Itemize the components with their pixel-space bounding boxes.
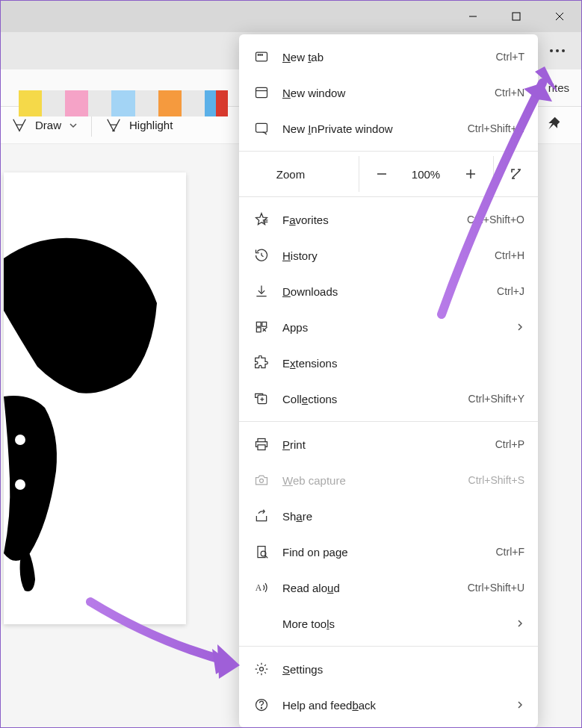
new-tab-icon xyxy=(253,48,270,66)
highlight-label: Highlight xyxy=(129,119,173,131)
chevron-down-icon xyxy=(69,121,78,130)
svg-point-33 xyxy=(260,479,264,482)
svg-rect-31 xyxy=(258,439,265,442)
maximize-button[interactable] xyxy=(495,1,538,32)
window-titlebar xyxy=(1,1,581,32)
color-swatch xyxy=(158,90,182,116)
menu-new-tab[interactable]: New tab Ctrl+T xyxy=(239,39,538,75)
svg-point-5 xyxy=(556,49,559,52)
chevron-right-icon xyxy=(516,323,524,332)
shortcut: Ctrl+J xyxy=(497,285,524,297)
menu-separator xyxy=(239,196,538,197)
color-strip xyxy=(19,90,228,116)
menu-print[interactable]: Print Ctrl+P xyxy=(239,426,538,462)
puzzle-icon xyxy=(253,354,270,372)
chevron-right-icon xyxy=(516,700,524,709)
svg-text:A: A xyxy=(256,583,262,593)
menu-separator xyxy=(239,421,538,422)
svg-rect-1 xyxy=(513,13,520,20)
svg-point-37 xyxy=(260,668,264,671)
menu-label: Settings xyxy=(282,663,524,676)
menu-label: Favorites xyxy=(282,214,455,226)
color-swatch xyxy=(216,90,228,116)
color-swatch xyxy=(205,90,217,116)
browser-menu: New tab Ctrl+T New window Ctrl+N New InP… xyxy=(239,34,538,727)
svg-point-12 xyxy=(261,55,262,55)
shortcut: Ctrl+F xyxy=(496,546,525,558)
svg-line-22 xyxy=(261,255,264,257)
menu-label: Print xyxy=(282,438,483,451)
pen-icon xyxy=(11,117,28,134)
menu-label: Find on page xyxy=(282,546,484,559)
menu-extensions[interactable]: Extensions xyxy=(239,345,538,381)
minimize-button[interactable] xyxy=(451,1,495,32)
svg-rect-13 xyxy=(256,87,267,97)
color-swatch xyxy=(42,90,65,116)
menu-label: Help and feedback xyxy=(282,699,504,712)
share-icon xyxy=(253,507,270,525)
menu-apps[interactable]: Apps xyxy=(239,309,538,345)
menu-label: Share xyxy=(282,510,524,523)
shortcut: Ctrl+T xyxy=(496,51,525,63)
pin-button[interactable] xyxy=(546,116,561,131)
star-icon xyxy=(253,211,270,228)
menu-separator xyxy=(239,151,538,152)
fullscreen-button[interactable] xyxy=(493,156,538,192)
menu-label: Apps xyxy=(282,321,504,334)
menu-label: Downloads xyxy=(282,285,485,298)
download-icon xyxy=(253,282,270,300)
menu-label: Read aloud xyxy=(282,582,456,594)
window-icon xyxy=(253,84,270,102)
menu-label: Extensions xyxy=(282,357,524,370)
shortcut: Ctrl+H xyxy=(495,249,524,261)
menu-favorites[interactable]: Favorites Ctrl+Shift+O xyxy=(239,202,538,237)
zoom-in-button[interactable] xyxy=(448,156,493,192)
gear-icon xyxy=(253,660,270,678)
svg-point-39 xyxy=(261,708,261,709)
svg-rect-25 xyxy=(256,322,261,326)
close-button[interactable] xyxy=(538,1,581,32)
shortcut: Ctrl+Shift+O xyxy=(467,214,524,225)
menu-label: Web capture xyxy=(282,474,456,487)
zoom-out-button[interactable] xyxy=(359,156,403,192)
more-button[interactable] xyxy=(539,36,575,66)
svg-point-6 xyxy=(562,49,565,52)
svg-point-7 xyxy=(15,435,25,445)
menu-share[interactable]: Share xyxy=(239,498,538,534)
favorites-text: rites xyxy=(548,81,569,94)
butterfly-image xyxy=(4,172,186,624)
svg-rect-15 xyxy=(256,123,267,132)
svg-point-8 xyxy=(15,479,25,490)
color-swatch xyxy=(65,90,88,116)
menu-collections[interactable]: Collections Ctrl+Shift+Y xyxy=(239,381,538,417)
camera-icon xyxy=(253,471,270,489)
menu-new-inprivate[interactable]: New InPrivate window Ctrl+Shift+N xyxy=(239,111,538,146)
separator xyxy=(91,114,92,137)
blank-icon xyxy=(253,615,270,632)
menu-separator xyxy=(239,646,538,647)
menu-downloads[interactable]: Downloads Ctrl+J xyxy=(239,273,538,309)
shortcut: Ctrl+Shift+U xyxy=(468,582,524,594)
find-icon xyxy=(253,543,270,561)
color-swatch xyxy=(88,90,111,116)
menu-zoom: Zoom 100% xyxy=(239,156,538,192)
draw-label: Draw xyxy=(35,119,61,131)
color-swatch xyxy=(182,90,205,116)
menu-label: New tab xyxy=(282,51,484,63)
zoom-label: Zoom xyxy=(253,168,359,181)
menu-history[interactable]: History Ctrl+H xyxy=(239,237,538,273)
svg-rect-32 xyxy=(258,445,265,450)
menu-find[interactable]: Find on page Ctrl+F xyxy=(239,534,538,570)
menu-read-aloud[interactable]: A Read aloud Ctrl+Shift+U xyxy=(239,570,538,606)
menu-settings[interactable]: Settings xyxy=(239,651,538,687)
menu-help[interactable]: Help and feedback xyxy=(239,687,538,723)
menu-more-tools[interactable]: More tools xyxy=(239,606,538,641)
svg-point-11 xyxy=(260,55,261,55)
menu-label: New window xyxy=(282,87,483,99)
shortcut: Ctrl+Shift+Y xyxy=(468,393,524,405)
menu-new-window[interactable]: New window Ctrl+N xyxy=(239,75,538,111)
document-page xyxy=(4,172,186,624)
chevron-right-icon xyxy=(516,619,524,628)
print-icon xyxy=(253,435,270,453)
shortcut: Ctrl+P xyxy=(495,438,524,450)
